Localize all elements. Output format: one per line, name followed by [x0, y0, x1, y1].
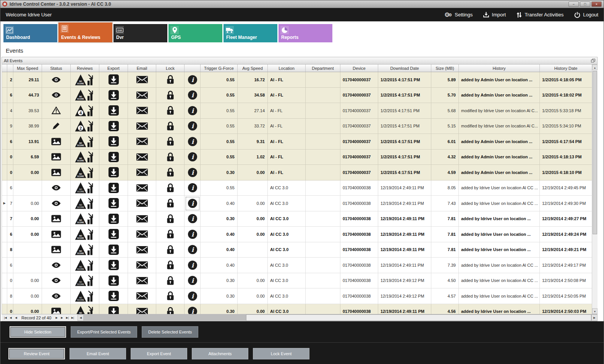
lock-icon[interactable] — [167, 121, 174, 131]
export-button[interactable] — [99, 211, 128, 227]
lock-button[interactable] — [156, 150, 185, 165]
email-icon[interactable] — [136, 308, 148, 314]
prev-page-button[interactable]: ◀ — [8, 315, 13, 321]
export-icon[interactable] — [108, 214, 119, 224]
tab-reports[interactable]: Reports — [279, 24, 332, 42]
last-record-button[interactable]: ▶| — [65, 315, 70, 321]
export-icon[interactable] — [108, 136, 119, 147]
lock-icon[interactable] — [167, 198, 174, 208]
table-row[interactable]: 00.00NOSCOREi0.300.00Al CC 3.00170400000… — [2, 304, 592, 314]
scroll-right-arrow-icon[interactable]: ▶ — [591, 314, 598, 321]
info-button[interactable]: i — [185, 196, 201, 211]
tab-events-reviews[interactable]: Events & Reviews — [58, 23, 112, 42]
info-icon[interactable]: i — [188, 121, 198, 131]
lock-icon[interactable] — [167, 276, 174, 285]
export-button[interactable] — [99, 165, 128, 180]
row-selector[interactable]: ▶ — [2, 196, 7, 211]
horizontal-scroll-thumb[interactable] — [246, 314, 591, 321]
info-icon[interactable]: i — [188, 198, 198, 208]
lock-icon[interactable] — [167, 183, 174, 193]
email-button[interactable] — [128, 134, 156, 150]
info-button[interactable]: i — [185, 72, 201, 88]
table-row[interactable]: 00.00NOSCOREi0.300.00Al CC 3.00170400000… — [2, 273, 592, 289]
column-header-status[interactable]: Status — [42, 64, 71, 72]
scroll-down-arrow-icon[interactable]: ▼ — [592, 308, 598, 314]
table-row[interactable]: 70.00NOSCOREi0.300.00Al CC 3.00170400000… — [2, 211, 592, 227]
row-selector[interactable] — [2, 304, 7, 314]
delete-selected-events-button[interactable]: Delete Selected Events — [142, 326, 198, 338]
info-icon[interactable]: i — [188, 245, 198, 254]
email-icon[interactable] — [136, 261, 148, 269]
column-header-device[interactable]: Device — [340, 64, 378, 72]
attachments-button[interactable]: Attachments — [192, 348, 248, 359]
email-icon[interactable] — [136, 200, 148, 207]
info-icon[interactable]: i — [188, 137, 198, 147]
export-event-button[interactable]: Export Event — [131, 348, 187, 359]
export-button[interactable] — [99, 288, 128, 304]
lock-button[interactable] — [156, 304, 185, 314]
lock-button[interactable] — [156, 72, 185, 88]
lock-icon[interactable] — [167, 214, 174, 224]
lock-icon[interactable] — [167, 260, 174, 270]
info-icon[interactable]: i — [188, 291, 198, 301]
email-icon[interactable] — [136, 246, 148, 253]
table-row[interactable]: 938.992i0.5533.72Al - FL0170400000371/2/… — [2, 119, 592, 134]
info-icon[interactable]: i — [188, 90, 198, 100]
next-record-button[interactable]: ▶ — [54, 315, 59, 321]
email-button[interactable] — [128, 304, 156, 314]
export-button[interactable] — [99, 150, 128, 165]
lock-button[interactable] — [156, 288, 185, 304]
info-icon[interactable]: i — [188, 168, 198, 177]
info-button[interactable]: i — [185, 242, 201, 258]
lock-icon[interactable] — [167, 106, 174, 115]
column-header-history-date[interactable]: History Date — [540, 64, 592, 72]
row-selector[interactable] — [2, 180, 7, 196]
lock-icon[interactable] — [167, 152, 174, 162]
table-row[interactable]: 229.11NOSCOREi0.5516.72Al - FL0170400000… — [2, 72, 592, 88]
table-row[interactable]: ▶70.00NOSCOREi0.400.00Al CC 3.0017040000… — [2, 196, 592, 211]
row-selector[interactable] — [2, 88, 7, 103]
email-icon[interactable] — [136, 92, 148, 99]
row-selector[interactable] — [2, 211, 7, 227]
export-icon[interactable] — [108, 291, 119, 301]
lock-icon[interactable] — [167, 168, 174, 177]
transfer-activities-action[interactable]: Transfer Activities — [517, 12, 564, 18]
lock-icon[interactable] — [167, 291, 174, 301]
table-row[interactable]: 06.59NOSCOREi0.551.02Al - FL017040000037… — [2, 150, 592, 165]
export-icon[interactable] — [108, 121, 119, 131]
email-button[interactable] — [128, 196, 156, 211]
row-selector[interactable] — [2, 227, 7, 242]
export-button[interactable] — [99, 103, 128, 119]
email-button[interactable] — [128, 165, 156, 180]
horizontal-scrollbar[interactable]: ◀ ▶ — [78, 314, 598, 321]
info-icon[interactable]: i — [188, 75, 198, 85]
email-button[interactable] — [128, 211, 156, 227]
row-selector[interactable] — [2, 134, 7, 150]
column-header-location[interactable]: Location — [268, 64, 306, 72]
info-button[interactable]: i — [185, 211, 201, 227]
table-row[interactable]: 613.91NOSCOREi0.559.31Al - FL01704000003… — [2, 134, 592, 150]
info-icon[interactable]: i — [188, 214, 198, 224]
email-icon[interactable] — [136, 138, 148, 145]
info-button[interactable]: i — [185, 134, 201, 150]
info-icon[interactable]: i — [188, 106, 198, 116]
export-print-selected-events-button[interactable]: Export/Print Selected Events — [71, 326, 137, 338]
lock-icon[interactable] — [167, 137, 174, 146]
window-restore-icon[interactable] — [591, 59, 595, 63]
first-record-button[interactable]: |◀ — [3, 315, 8, 321]
horizontal-scroll-track[interactable] — [84, 314, 591, 321]
info-button[interactable]: i — [185, 150, 201, 165]
email-icon[interactable] — [136, 184, 148, 192]
row-selector[interactable] — [2, 119, 7, 134]
email-button[interactable] — [128, 119, 156, 134]
table-row[interactable]: 644.73NOSCOREi0.5534.58Al - FL0170400000… — [2, 88, 592, 103]
tab-dvr[interactable]: DVRDvr — [113, 24, 167, 42]
column-header-trigger-g-force[interactable]: Trigger G-Force — [201, 64, 238, 72]
export-button[interactable] — [99, 304, 128, 314]
lock-icon[interactable] — [167, 229, 174, 239]
email-button[interactable] — [128, 273, 156, 289]
lock-button[interactable] — [156, 196, 185, 211]
prev-record-button[interactable]: ◀ — [13, 315, 19, 321]
maximize-button[interactable]: □ — [580, 2, 590, 7]
email-icon[interactable] — [136, 277, 148, 284]
